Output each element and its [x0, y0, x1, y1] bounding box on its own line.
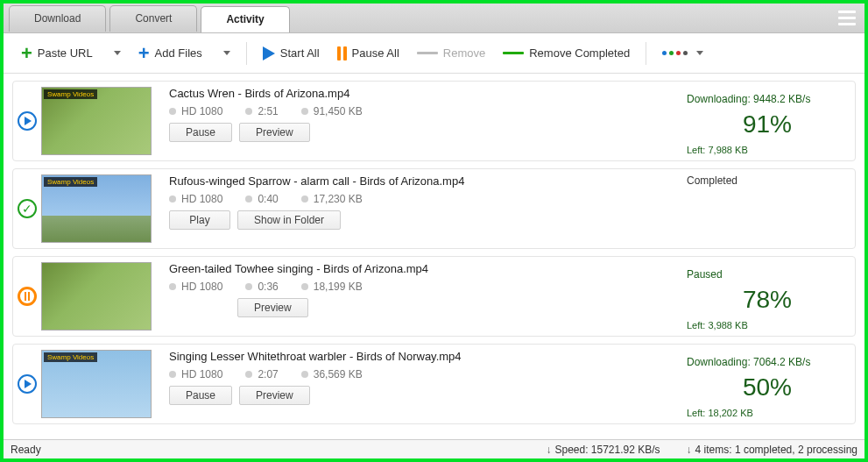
remove-button[interactable]: Remove [410, 43, 492, 63]
pause-button[interactable]: Pause [169, 123, 232, 142]
pause-all-label: Pause All [352, 46, 399, 60]
row-state-icon [13, 257, 41, 336]
thumbnail: Swamp Videos [41, 174, 152, 243]
thumbnail: Swamp Videos [41, 350, 152, 418]
status-label: Downloading: 9448.2 KB/s [687, 93, 848, 105]
paused-icon [18, 287, 37, 306]
status-left: Left: 3,988 KB [687, 320, 848, 331]
preview-button[interactable]: Preview [239, 386, 310, 405]
add-files-dropdown[interactable] [213, 47, 237, 59]
tab-activity[interactable]: Activity [201, 6, 289, 32]
status-label: Completed [687, 174, 848, 187]
more-button[interactable] [655, 47, 710, 59]
row-state-icon: ✓ [13, 169, 41, 248]
minus-icon [417, 52, 438, 54]
preview-button[interactable]: Preview [237, 298, 308, 317]
downloading-icon [18, 111, 37, 131]
item-meta: HD 1080 0:40 17,230 KB [169, 193, 671, 205]
status-summary: 4 items: 1 completed, 2 processing [695, 444, 857, 456]
remove-completed-button[interactable]: Remove Completed [496, 43, 637, 63]
status-left: Left: 18,202 KB [687, 408, 848, 418]
item-meta: HD 1080 0:36 18,199 KB [169, 281, 671, 293]
paste-url-dropdown[interactable] [103, 47, 128, 59]
chevron-down-icon [696, 51, 703, 55]
preview-button[interactable]: Preview [239, 123, 310, 142]
list-item[interactable]: Swamp Videos Cactus Wren - Birds of Ariz… [12, 81, 856, 161]
item-status: Downloading: 9448.2 KB/s 91% Left: 7,988… [680, 82, 855, 160]
status-speed: Speed: 15721.92 KB/s [554, 444, 660, 456]
menu-icon[interactable] [835, 6, 859, 31]
thumbnail [41, 262, 152, 331]
row-state-icon [13, 82, 41, 160]
completed-icon: ✓ [18, 199, 37, 218]
status-percent: 50% [687, 373, 848, 402]
pause-button[interactable]: Pause [169, 386, 232, 405]
row-state-icon [13, 345, 41, 423]
tab-bar: Download Convert Activity [4, 4, 864, 33]
downloading-icon [18, 374, 37, 394]
activity-list: Swamp Videos Cactus Wren - Birds of Ariz… [4, 74, 864, 439]
tab-download[interactable]: Download [9, 5, 106, 32]
status-percent: 91% [687, 110, 848, 139]
separator [246, 42, 247, 65]
main-window: Download Convert Activity + Paste URL + … [0, 0, 868, 462]
status-label: Downloading: 7064.2 KB/s [687, 356, 848, 368]
plus-icon: + [21, 42, 32, 65]
list-item[interactable]: ✓ Swamp Videos Rufous-winged Sparrow - a… [12, 168, 856, 249]
pause-all-button[interactable]: Pause All [330, 43, 406, 64]
separator [646, 42, 646, 65]
item-info: Singing Lesser Whitethroat warbler - Bir… [160, 345, 680, 423]
chevron-down-icon [223, 51, 230, 55]
status-left: Left: 7,988 KB [687, 145, 848, 155]
status-ready: Ready [11, 444, 41, 456]
status-bar: Ready ↓ Speed: 15721.92 KB/s ↓ 4 items: … [4, 439, 864, 458]
show-folder-button[interactable]: Show in Folder [237, 210, 341, 230]
paste-url-button[interactable]: + Paste URL [14, 39, 100, 68]
paste-url-label: Paste URL [38, 46, 93, 60]
item-title: Rufous-winged Sparrow - alarm call - Bir… [169, 174, 671, 188]
status-label: Paused [687, 268, 848, 281]
download-arrow-icon: ↓ [687, 444, 692, 456]
pause-icon [337, 46, 347, 60]
add-files-button[interactable]: + Add Files [131, 39, 209, 68]
item-info: Cactus Wren - Birds of Arizona.mp4 HD 10… [160, 82, 680, 160]
add-files-label: Add Files [155, 46, 202, 60]
play-button[interactable]: Play [169, 210, 230, 230]
remove-label: Remove [443, 46, 485, 60]
item-info: Green-tailed Towhee singing - Birds of A… [160, 257, 680, 336]
item-status: Downloading: 7064.2 KB/s 50% Left: 18,20… [680, 345, 855, 423]
dots-icon [662, 51, 688, 55]
list-item[interactable]: Swamp Videos Singing Lesser Whitethroat … [12, 344, 856, 424]
item-meta: HD 1080 2:51 91,450 KB [169, 105, 671, 117]
item-info: Rufous-winged Sparrow - alarm call - Bir… [160, 169, 680, 248]
item-status: Paused 78% Left: 3,988 KB [680, 257, 855, 336]
plus-icon: + [138, 42, 150, 65]
status-percent: 78% [687, 286, 848, 314]
toolbar: + Paste URL + Add Files Start All Pause … [4, 33, 864, 74]
item-status: Completed [680, 169, 855, 248]
thumbnail: Swamp Videos [41, 87, 152, 155]
item-title: Cactus Wren - Birds of Arizona.mp4 [169, 87, 671, 100]
play-icon [263, 46, 275, 60]
list-item[interactable]: Green-tailed Towhee singing - Birds of A… [12, 256, 856, 337]
download-arrow-icon: ↓ [546, 444, 551, 456]
start-all-label: Start All [280, 46, 320, 60]
start-all-button[interactable]: Start All [256, 43, 327, 64]
tab-convert[interactable]: Convert [109, 5, 197, 32]
item-title: Green-tailed Towhee singing - Birds of A… [169, 262, 671, 275]
item-meta: HD 1080 2:07 36,569 KB [169, 368, 671, 380]
chevron-down-icon [114, 51, 121, 55]
item-title: Singing Lesser Whitethroat warbler - Bir… [169, 350, 671, 363]
minus-icon [503, 52, 524, 54]
remove-completed-label: Remove Completed [529, 46, 630, 60]
